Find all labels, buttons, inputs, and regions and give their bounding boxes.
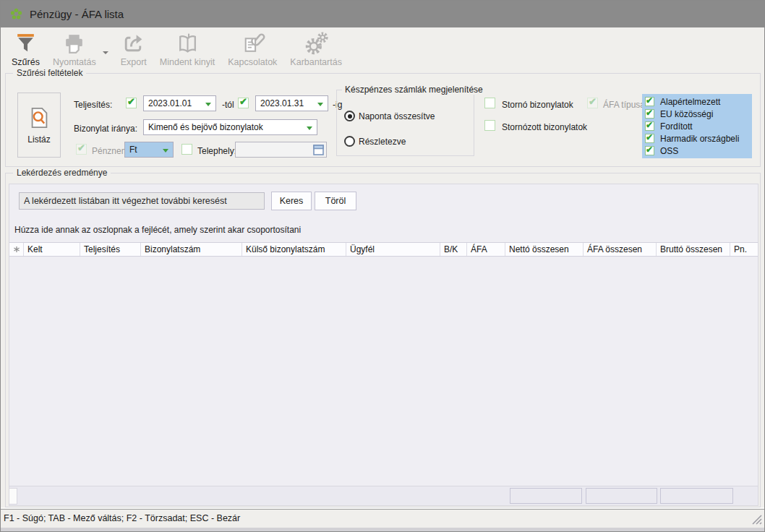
cash-invoices-group-title: Készpénzes számlák megjelenítése — [342, 85, 486, 95]
vat-type-item-label: OSS — [660, 146, 678, 156]
chevron-down-icon — [307, 126, 312, 130]
print-button-label: Nyomtatás — [53, 57, 96, 67]
chevron-down-icon — [163, 149, 168, 153]
filter-icon — [13, 31, 38, 56]
maintenance-button[interactable]: Karbantartás — [283, 30, 349, 67]
vat-type-item[interactable]: EU közösségi — [642, 108, 752, 120]
vat-type-checkbox[interactable] — [587, 98, 598, 108]
column-header-ugyfel[interactable]: Ügyfél — [346, 243, 440, 256]
column-header-bk[interactable]: B/K — [440, 243, 467, 256]
status-bar: F1 - Súgó; TAB - Mező váltás; F2 - Törzs… — [1, 509, 764, 527]
clear-button-label: Töröl — [325, 196, 346, 206]
storno-checkbox[interactable] — [484, 98, 495, 108]
grid-footer-row — [9, 486, 758, 505]
connections-button[interactable]: Kapcsolatok — [221, 30, 283, 67]
cash-invoices-groupbox: Készpénzes számlák megjelenítése Naponta… — [336, 90, 474, 156]
attachment-icon — [240, 31, 265, 56]
search-button[interactable]: Keres — [271, 192, 312, 210]
row-indicator-column-header[interactable] — [9, 243, 24, 256]
date-from-combo[interactable]: 2023.01.01 — [143, 95, 216, 111]
list-button-label: Listáz — [27, 134, 50, 145]
connections-button-label: Kapcsolatok — [228, 57, 277, 67]
list-search-icon — [30, 106, 49, 129]
app-window: Pénzügy - ÁFA lista Szűrés Nyomtatás — [0, 0, 765, 532]
document-direction-value: Kimenő és bejövő bizonylatok — [148, 122, 263, 132]
column-header-teljesites[interactable]: Teljesítés — [80, 243, 141, 256]
currency-checkbox[interactable] — [76, 144, 87, 155]
column-header-kulso-bizonylatszam[interactable]: Külső bizonylatszám — [242, 243, 346, 256]
column-header-kelt[interactable]: Kelt — [24, 243, 80, 256]
main-toolbar: Szűrés Nyomtatás Export — [1, 27, 764, 72]
site-checkbox[interactable] — [181, 144, 192, 155]
currency-combo[interactable]: Ft — [124, 142, 174, 158]
vat-type-item-label: Fordított — [660, 121, 693, 132]
daily-summary-radio[interactable] — [344, 111, 355, 121]
export-icon — [121, 31, 146, 56]
from-suffix-label: -tól — [222, 100, 234, 110]
window-bottom-edge — [1, 528, 764, 532]
status-bar-text: F1 - Súgó; TAB - Mező váltás; F2 - Törzs… — [4, 513, 240, 523]
app-icon — [10, 8, 22, 20]
site-field[interactable] — [235, 142, 327, 158]
maintenance-button-label: Karbantartás — [290, 57, 342, 67]
sum-afa-box — [586, 488, 657, 504]
expand-all-button-label: Mindent kinyit — [160, 57, 215, 67]
column-header-bizonylatszam[interactable]: Bizonylatszám — [141, 243, 242, 256]
vat-type-item-label: Alapértelmezett — [660, 97, 720, 107]
vat-type-item-checkbox[interactable] — [645, 109, 654, 119]
vat-type-item-checkbox[interactable] — [645, 146, 654, 155]
vat-type-item-checkbox[interactable] — [645, 121, 654, 131]
list-button[interactable]: Listáz — [17, 93, 61, 158]
vat-type-item[interactable]: Alapértelmezett — [642, 95, 752, 108]
vat-type-item[interactable]: Fordított — [642, 120, 752, 132]
column-header-brutto-osszesen[interactable]: Bruttó összesen — [657, 243, 730, 256]
currency-value: Ft — [129, 145, 137, 155]
print-dropdown-caret-icon[interactable] — [103, 51, 108, 54]
vat-type-item-label: Harmadik országbeli — [660, 134, 739, 144]
window-title: Pénzügy - ÁFA lista — [30, 8, 124, 20]
results-group-title: Lekérdezés eredménye — [13, 168, 111, 178]
asterisk-icon — [13, 246, 20, 253]
column-header-afa[interactable]: ÁFA — [467, 243, 505, 256]
vat-type-item[interactable]: OSS — [642, 145, 752, 157]
date-to-checkbox[interactable] — [238, 98, 249, 108]
document-direction-combo[interactable]: Kimenő és bejövő bizonylatok — [143, 119, 317, 135]
stornozott-checkbox-label: Stornózott bizonylatok — [502, 122, 587, 132]
lookup-table-icon[interactable] — [313, 145, 324, 155]
gears-icon — [304, 31, 329, 56]
column-header-netto-osszesen[interactable]: Nettó összesen — [505, 243, 584, 256]
document-direction-label: Bizonylat iránya: — [74, 124, 137, 134]
vat-type-item-checkbox[interactable] — [645, 97, 654, 106]
search-button-label: Keres — [280, 196, 304, 206]
clear-button[interactable]: Töröl — [315, 192, 356, 210]
column-header-pn[interactable]: Pn. — [730, 243, 758, 256]
search-input[interactable] — [19, 192, 265, 210]
filters-groupbox: Szűrési feltételek Listáz Teljesítés: 20… — [5, 73, 761, 167]
daily-summary-radio-label: Naponta összesítve — [359, 111, 435, 121]
sum-brutto-box — [660, 488, 733, 504]
print-button[interactable]: Nyomtatás — [46, 30, 103, 67]
groupby-hint[interactable]: Húzza ide annak az oszlopnak a fejlécét,… — [14, 225, 301, 235]
filter-button[interactable]: Szűrés — [5, 30, 46, 67]
stornozott-checkbox[interactable] — [484, 120, 495, 131]
detailed-radio[interactable] — [344, 136, 355, 147]
resize-grip-icon[interactable] — [751, 514, 762, 525]
results-groupbox: Lekérdezés eredménye Keres Töröl Húzza i… — [5, 173, 761, 507]
expand-all-button[interactable]: Mindent kinyit — [153, 30, 221, 67]
sum-netto-box — [510, 488, 582, 504]
date-from-checkbox[interactable] — [126, 98, 137, 108]
grid-footer-indicator-cell — [9, 488, 17, 505]
export-button[interactable]: Export — [114, 30, 153, 67]
storno-checkbox-label: Stornó bizonylatok — [502, 100, 573, 110]
column-header-afa-osszesen[interactable]: ÁFA összesen — [584, 243, 657, 256]
open-book-icon — [175, 31, 200, 56]
vat-type-list[interactable]: Alapértelmezett EU közösségi Fordított H… — [642, 94, 752, 158]
fulfillment-label: Teljesítés: — [74, 100, 112, 110]
vat-type-item-label: EU közösségi — [660, 109, 713, 119]
date-to-combo[interactable]: 2023.01.31 — [255, 95, 328, 111]
vat-type-label: ÁFA típusa: — [603, 100, 647, 110]
filter-button-label: Szűrés — [12, 57, 40, 67]
vat-type-item-checkbox[interactable] — [645, 134, 654, 143]
site-label: Telephely: — [197, 146, 236, 156]
vat-type-item[interactable]: Harmadik országbeli — [642, 132, 752, 145]
